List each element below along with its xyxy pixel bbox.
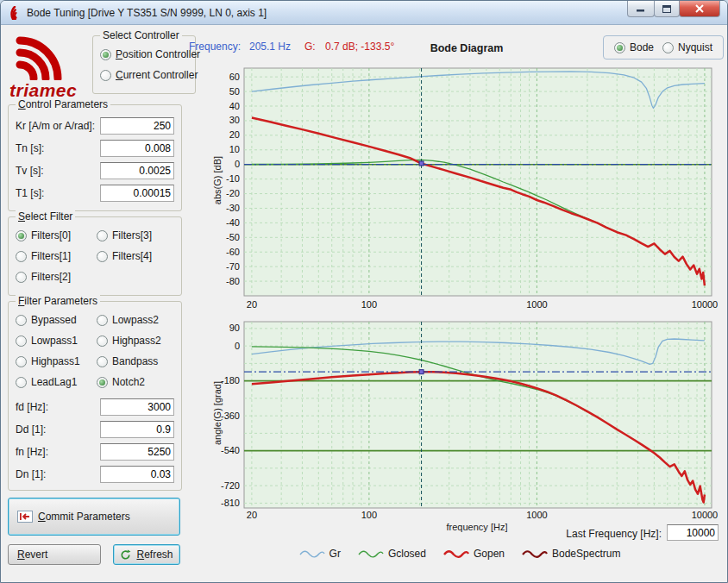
svg-text:1000: 1000 xyxy=(526,299,547,310)
radio-label: Lowpass2 xyxy=(112,314,159,326)
legend-item-gopen: Gopen xyxy=(443,548,505,560)
radio-bandpass[interactable]: Bandpass xyxy=(97,355,158,367)
chart-legend: Gr Gclosed Gopen BodeSpectrum xyxy=(208,548,712,560)
svg-text:-20: -20 xyxy=(226,188,240,198)
radio-bode[interactable]: Bode xyxy=(614,41,654,53)
dn-input[interactable] xyxy=(100,466,174,483)
window-title: Bode Tuning [Drive Y TS351 S/N 9999, LN … xyxy=(27,7,267,19)
caption-buttons xyxy=(628,1,720,17)
y-axis-label-magnitude: abs(G) [dB] xyxy=(212,111,224,249)
group-select-filter: Select Filter Filters[0] Filters[1] Filt… xyxy=(8,216,182,296)
bodespectrum-line-icon xyxy=(522,549,548,559)
tv-input[interactable] xyxy=(100,162,174,179)
tv-label: Tv [s]: xyxy=(16,165,44,177)
svg-text:-70: -70 xyxy=(226,261,240,272)
radio-filters-4[interactable]: Filters[4] xyxy=(97,250,152,262)
group-select-controller-title: Select Controller xyxy=(100,29,182,41)
radio-label: Highpass2 xyxy=(112,335,161,347)
radio-nyquist[interactable]: Nyquist xyxy=(662,41,712,53)
radio-label: Bypassed xyxy=(31,314,77,326)
radio-notch2[interactable]: Notch2 xyxy=(97,376,145,388)
radio-icon xyxy=(97,356,108,367)
revert-button[interactable]: Revert xyxy=(8,544,101,565)
tn-input[interactable] xyxy=(100,140,174,157)
svg-text:100: 100 xyxy=(361,299,377,310)
radio-leadlag1[interactable]: LeadLag1 xyxy=(16,376,77,388)
gclosed-line-icon xyxy=(358,549,384,559)
svg-text:60: 60 xyxy=(229,72,240,82)
gopen-line-icon xyxy=(443,549,469,559)
commit-parameters-label: Commit Parameters xyxy=(38,511,130,523)
maximize-icon xyxy=(662,5,671,13)
app-icon xyxy=(8,6,22,20)
radio-label: Current Controller xyxy=(116,69,198,81)
kr-label: Kr [A/m or A/rad]: xyxy=(16,120,95,132)
refresh-button[interactable]: Refresh xyxy=(113,544,180,565)
frequency-readout-value: 205.1 Hz xyxy=(249,41,291,53)
radio-icon xyxy=(97,335,108,347)
group-control-parameters-title: Control Parameters xyxy=(16,98,110,110)
radio-label: LeadLag1 xyxy=(31,376,77,388)
legend-item-bodespectrum: BodeSpectrum xyxy=(522,548,620,560)
radio-icon xyxy=(662,42,674,53)
radio-icon xyxy=(614,42,625,53)
commit-parameters-button[interactable]: Commit Parameters xyxy=(8,498,180,536)
titlebar: Bode Tuning [Drive Y TS351 S/N 9999, LN … xyxy=(1,1,727,25)
maximize-button[interactable] xyxy=(654,1,680,17)
legend-label: Gopen xyxy=(474,548,505,560)
radio-current-controller[interactable]: Current Controller xyxy=(100,69,198,81)
dd-input[interactable] xyxy=(100,421,174,438)
svg-text:0: 0 xyxy=(235,341,240,351)
magnitude-chart[interactable]: 201001000100006050403020100-10-20-30-40-… xyxy=(206,61,724,315)
radio-label: Filters[2] xyxy=(31,271,71,283)
frequency-readout-label: Frequency: xyxy=(189,41,241,53)
radio-filters-1[interactable]: Filters[1] xyxy=(16,250,71,262)
group-select-filter-title: Select Filter xyxy=(16,210,75,223)
svg-text:-40: -40 xyxy=(226,217,240,228)
svg-text:90: 90 xyxy=(229,323,240,333)
svg-text:10000: 10000 xyxy=(692,299,719,310)
close-button[interactable] xyxy=(679,1,720,17)
radio-icon xyxy=(16,356,27,367)
svg-text:20: 20 xyxy=(247,510,257,520)
svg-text:40: 40 xyxy=(229,101,240,111)
radio-bypassed[interactable]: Bypassed xyxy=(16,314,77,326)
svg-text:-50: -50 xyxy=(226,232,240,242)
triamec-logo-icon xyxy=(13,34,89,80)
group-select-controller: Select Controller Position Controller Cu… xyxy=(92,35,196,94)
radio-label: Bandpass xyxy=(112,355,158,367)
radio-label: Filters[4] xyxy=(112,250,152,262)
radio-lowpass2[interactable]: Lowpass2 xyxy=(97,314,159,326)
radio-lowpass1[interactable]: Lowpass1 xyxy=(16,335,78,347)
fd-input[interactable] xyxy=(100,398,174,416)
revert-label: Revert xyxy=(17,549,47,561)
kr-input[interactable] xyxy=(100,117,174,135)
legend-label: Gr xyxy=(329,548,341,560)
radio-filters-3[interactable]: Filters[3] xyxy=(97,229,152,241)
group-filter-parameters: Filter Parameters Bypassed Lowpass1 High… xyxy=(8,301,182,491)
radio-position-controller[interactable]: Position Controller xyxy=(100,48,200,60)
radio-icon xyxy=(100,49,111,60)
y-axis-label-phase: angle(G) [grad] xyxy=(212,344,224,482)
t1-input[interactable] xyxy=(100,185,174,202)
radio-highpass1[interactable]: Highpass1 xyxy=(16,355,80,367)
minimize-button[interactable] xyxy=(627,1,655,17)
last-frequency-input[interactable] xyxy=(667,524,719,541)
radio-icon xyxy=(100,70,111,81)
dn-label: Dn [1]: xyxy=(16,468,46,480)
radio-label: Bode xyxy=(630,41,654,53)
radio-filters-0[interactable]: Filters[0] xyxy=(16,229,71,241)
phase-chart[interactable]: 20100100010000900-180-360-540-720-810 xyxy=(206,317,724,529)
radio-label: Filters[1] xyxy=(31,250,71,262)
commit-arrow-icon xyxy=(17,511,33,523)
gain-readout-label: G: xyxy=(304,41,316,53)
tn-label: Tn [s]: xyxy=(16,142,44,154)
radio-highpass2[interactable]: Highpass2 xyxy=(97,335,161,347)
svg-text:100: 100 xyxy=(361,510,377,520)
radio-filters-2[interactable]: Filters[2] xyxy=(16,271,71,283)
radio-icon xyxy=(97,377,108,388)
radio-label: Nyquist xyxy=(678,41,712,53)
fn-input[interactable] xyxy=(100,443,174,461)
svg-text:-60: -60 xyxy=(226,247,240,257)
legend-item-gclosed: Gclosed xyxy=(358,548,426,560)
